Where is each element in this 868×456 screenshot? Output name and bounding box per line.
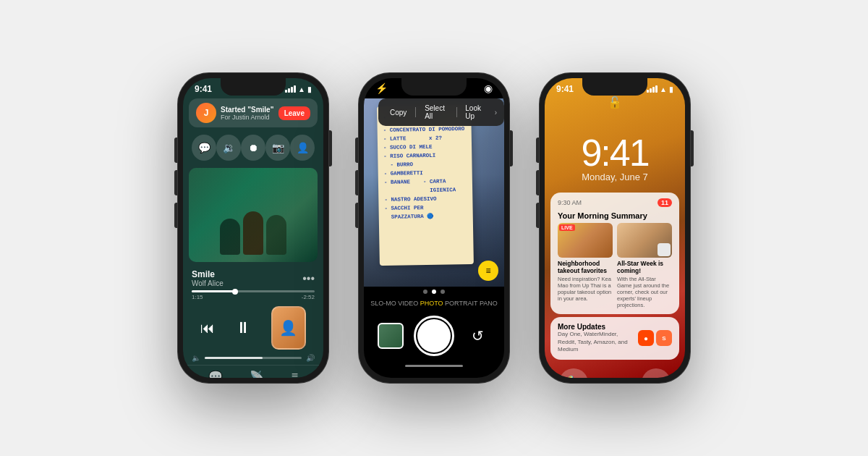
menu-divider-2 (456, 107, 457, 117)
news-image-2 (617, 223, 672, 258)
notification-time: 9:30 AM (558, 199, 582, 206)
menu-divider-1 (415, 107, 416, 117)
news-item-2[interactable]: All-Star Week is coming! With the All-St… (617, 223, 672, 308)
morning-summary-notification: 9:30 AM 11 Your Morning Summary LIVE Nei… (550, 193, 679, 314)
camera-mode-bar: SLO-MO VIDEO PHOTO PORTRAIT PANO (364, 297, 504, 310)
news-body-1: Need inspiration? Kea Mao from Up Thai i… (558, 276, 613, 302)
camera-icon[interactable]: 📷 (265, 135, 290, 161)
paper-note: • PETTI DI POLLO - CONCENTRATO DI POMODO… (377, 105, 474, 266)
camera-shortcut-button[interactable]: 📷 (642, 368, 671, 378)
more-updates-icons: ● S (638, 330, 672, 346)
phone-2-screen: ⚡ ⌃ ◉ Copy Select All Look Up › (364, 78, 504, 378)
notification-title: Your Morning Summary (558, 211, 672, 220)
live-photo-icon[interactable]: ◉ (484, 83, 493, 94)
progress-track[interactable] (192, 290, 315, 292)
phone-3: 9:41 ▲ ▮ 🔓 9:41 Monday, June 7 (539, 72, 691, 384)
figure-2 (243, 211, 263, 255)
lock-screen-time: 9:41 Monday, June 7 (545, 112, 685, 188)
time-elapsed: 1:15 (192, 294, 203, 300)
notification-header: 9:30 AM 11 (558, 198, 672, 207)
flashlight-button[interactable]: 🔦 (559, 368, 588, 378)
phone-3-status-icons: ▲ ▮ (647, 85, 673, 93)
lock-time-large: 9:41 (545, 134, 685, 172)
live-label: LIVE (559, 224, 575, 231)
record-icon[interactable]: ⏺ (241, 135, 265, 161)
avatar: J (196, 103, 216, 123)
sig-bar-2 (650, 88, 652, 93)
signal-icon (285, 85, 296, 93)
camera-indicators (364, 287, 504, 297)
sig-bar-1 (647, 90, 649, 93)
camera-viewfinder: Copy Select All Look Up › • PETTI DI POL… (364, 98, 504, 287)
look-up-menu-item[interactable]: Look Up (461, 103, 490, 122)
flash-icon[interactable]: ⚡ (375, 83, 388, 94)
indicator-2 (432, 290, 436, 294)
phones-container: 9:41 ▲ ▮ J Started "Smile" Fo (163, 58, 705, 398)
mode-pano[interactable]: PANO (480, 300, 498, 307)
song-title: Smile (192, 269, 224, 279)
chat-icon[interactable]: 💬 (192, 135, 216, 161)
playback-controls: ⏮ ⏸ 👤 (183, 302, 323, 354)
live-text-button[interactable]: ≡ (478, 261, 498, 281)
queue-icon[interactable]: ≡ (292, 370, 298, 378)
gallery-thumbnail[interactable] (378, 323, 404, 349)
airplay-icon[interactable]: 📡 (250, 370, 264, 378)
shutter-button[interactable] (414, 316, 454, 356)
mode-portrait[interactable]: PORTRAIT (445, 300, 477, 307)
bottom-bar: 💬 📡 ≡ (183, 365, 323, 378)
pause-button[interactable]: ⏸ (227, 312, 259, 344)
facetime-info: Started "Smile" For Justin Arnold (221, 106, 278, 121)
flip-camera-button[interactable]: ↺ (464, 323, 490, 349)
facetime-icons: 💬 🔉 ⏺ 📷 👤 (183, 130, 323, 165)
shutter-inner (417, 319, 451, 352)
facetime-title: Started "Smile" (221, 106, 278, 114)
phone-1-notch (221, 78, 286, 96)
phone-2-notch (401, 78, 467, 96)
phone-2: ⚡ ⌃ ◉ Copy Select All Look Up › (358, 72, 510, 384)
news-grid: LIVE Neighborhood takeout favorites Need… (558, 223, 672, 308)
mode-slomo[interactable]: SLO-MO (370, 300, 396, 307)
phone-1-screen: 9:41 ▲ ▮ J Started "Smile" Fo (183, 78, 323, 378)
mode-photo[interactable]: PHOTO (420, 300, 443, 307)
news-item-1[interactable]: LIVE Neighborhood takeout favorites Need… (558, 223, 613, 308)
more-updates-text: More Updates Day One, WaterMinder, Reddi… (558, 323, 634, 353)
more-updates-body: Day One, WaterMinder, Reddit, Tasty, Ama… (558, 331, 634, 353)
progress-bar-container: 1:15 -2:52 (183, 289, 323, 302)
volume-track[interactable] (205, 357, 302, 359)
facetime-bar: J Started "Smile" For Justin Arnold Leav… (189, 98, 318, 127)
wifi-icon-3: ▲ (660, 85, 667, 93)
more-button[interactable]: ••• (302, 272, 315, 285)
phone-1-status-icons: ▲ ▮ (285, 85, 312, 93)
camera-bottom-controls: ↺ (364, 310, 504, 362)
phone-1: 9:41 ▲ ▮ J Started "Smile" Fo (177, 72, 329, 384)
speaker-icon[interactable]: 🔉 (216, 135, 241, 161)
news-headline-2: All-Star Week is coming! (617, 260, 672, 274)
wifi-icon: ▲ (298, 85, 305, 93)
sig-bar-3 (652, 87, 655, 93)
person-icon[interactable]: 👤 (290, 135, 315, 161)
sig-bar-4 (655, 85, 658, 93)
notification-badge: 11 (658, 198, 672, 207)
lock-icon: 🔓 (545, 96, 685, 109)
news-app-icon (658, 243, 671, 256)
volume-bar: 🔈 🔊 (183, 354, 323, 365)
mode-video[interactable]: VIDEO (398, 300, 418, 307)
lyrics-icon[interactable]: 💬 (208, 370, 223, 378)
rewind-button[interactable]: ⏮ (200, 320, 215, 337)
note-line-12: SPAZZATURA 🔵 (385, 211, 467, 221)
signal-icon-3 (647, 85, 658, 93)
facetime-thumbnail[interactable]: 👤 (271, 306, 306, 350)
leave-button[interactable]: Leave (278, 106, 310, 120)
copy-menu-item[interactable]: Copy (386, 107, 411, 118)
volume-fill (205, 357, 263, 359)
indicator-1 (423, 290, 427, 294)
battery-icon: ▮ (307, 85, 312, 93)
phone-3-screen: 9:41 ▲ ▮ 🔓 9:41 Monday, June 7 (545, 78, 685, 378)
lock-screen-bottom: 🔦 📷 (545, 363, 685, 378)
battery-icon-3: ▮ (669, 85, 673, 93)
album-art (189, 168, 318, 262)
song-artist: Wolf Alice (192, 279, 224, 287)
select-all-menu-item[interactable]: Select All (420, 103, 451, 122)
menu-chevron-right: › (495, 109, 497, 117)
context-menu: Copy Select All Look Up › (378, 98, 504, 126)
